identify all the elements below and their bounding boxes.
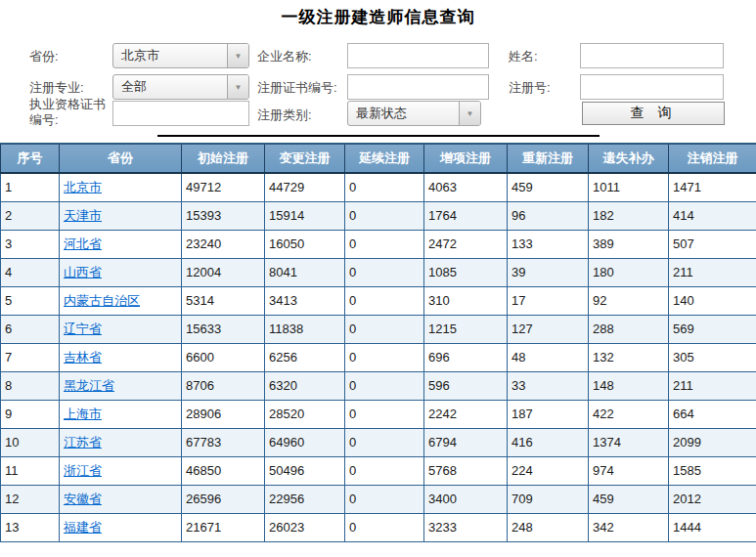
value-cell: 182 [589, 201, 669, 230]
value-cell: 3413 [265, 286, 345, 315]
cert-no-input[interactable] [347, 74, 489, 100]
value-cell: 6320 [265, 371, 345, 400]
province-select-value: 北京市 [113, 47, 227, 64]
value-cell: 15914 [265, 201, 345, 230]
value-cell: 3400 [424, 485, 508, 513]
province-cell: 上海市 [60, 400, 182, 428]
value-cell: 39 [508, 258, 589, 286]
value-cell: 414 [669, 201, 756, 230]
value-cell: 224 [508, 456, 589, 485]
province-cell: 山西省 [60, 258, 182, 286]
value-cell: 5314 [182, 286, 265, 315]
results-table: 序号省份初始注册变更注册延续注册增项注册重新注册遗失补办注销注册 1北京市497… [0, 143, 756, 542]
value-cell: 96 [508, 201, 589, 230]
province-link[interactable]: 山西省 [64, 265, 102, 279]
value-cell: 15393 [182, 201, 265, 230]
province-link[interactable]: 辽宁省 [64, 321, 102, 336]
province-link[interactable]: 河北省 [64, 236, 102, 251]
value-cell: 0 [345, 343, 424, 371]
value-cell: 1374 [589, 428, 669, 456]
value-cell: 187 [508, 400, 589, 428]
table-row: 8黑龙江省87066320059633148211 [1, 371, 756, 400]
province-cell: 内蒙古自治区 [60, 286, 182, 315]
province-cell: 天津市 [60, 201, 182, 230]
value-cell: 0 [345, 485, 424, 513]
reg-type-select[interactable]: 最新状态 ▼ [347, 101, 481, 126]
province-link[interactable]: 安徽省 [64, 492, 102, 506]
value-cell: 1011 [589, 173, 669, 201]
value-cell: 288 [589, 315, 669, 343]
chevron-down-icon: ▼ [227, 44, 248, 67]
value-cell: 342 [589, 513, 669, 541]
row-index-cell: 7 [1, 343, 60, 371]
value-cell: 1585 [669, 456, 756, 485]
value-cell: 26023 [265, 513, 345, 541]
column-header: 省份 [60, 144, 182, 173]
table-header-row: 序号省份初始注册变更注册延续注册增项注册重新注册遗失补办注销注册 [1, 144, 756, 173]
major-select[interactable]: 全部 ▼ [112, 74, 249, 100]
table-row: 12安徽省2659622956034007094592012 [1, 485, 756, 513]
province-link[interactable]: 黑龙江省 [64, 378, 114, 393]
major-select-value: 全部 [113, 78, 227, 96]
value-cell: 21671 [182, 513, 265, 541]
value-cell: 64960 [265, 428, 345, 456]
value-cell: 8706 [182, 371, 265, 400]
table-row: 1北京市49712447290406345910111471 [1, 173, 756, 201]
search-button[interactable]: 查 询 [582, 102, 725, 125]
province-cell: 北京市 [60, 173, 182, 201]
value-cell: 6256 [265, 343, 345, 371]
value-cell: 248 [508, 513, 589, 541]
divider [157, 135, 600, 137]
value-cell: 49712 [182, 173, 265, 201]
value-cell: 140 [669, 286, 756, 315]
province-link[interactable]: 上海市 [64, 407, 102, 421]
row-index-cell: 5 [1, 286, 60, 315]
province-link[interactable]: 江苏省 [64, 435, 102, 450]
value-cell: 33 [508, 371, 589, 400]
province-link[interactable]: 福建省 [64, 520, 102, 535]
name-input[interactable] [580, 43, 724, 68]
company-input[interactable] [347, 43, 489, 68]
value-cell: 974 [589, 456, 669, 485]
province-cell: 福建省 [60, 513, 182, 541]
row-index-cell: 6 [1, 315, 60, 343]
value-cell: 23240 [182, 230, 265, 258]
value-cell: 44729 [265, 173, 345, 201]
value-cell: 0 [345, 230, 424, 258]
value-cell: 22956 [265, 485, 345, 513]
chevron-down-icon: ▼ [459, 102, 480, 125]
value-cell: 17 [508, 286, 589, 315]
value-cell: 48 [508, 343, 589, 371]
value-cell: 148 [589, 371, 669, 400]
column-header: 延续注册 [345, 144, 424, 173]
value-cell: 310 [424, 286, 508, 315]
value-cell: 16050 [265, 230, 345, 258]
table-row: 3河北省232401605002472133389507 [1, 230, 756, 258]
province-link[interactable]: 天津市 [64, 208, 102, 223]
value-cell: 1444 [669, 513, 756, 541]
province-link[interactable]: 北京市 [64, 180, 102, 194]
value-cell: 1764 [424, 201, 508, 230]
row-index-cell: 9 [1, 400, 60, 428]
province-link[interactable]: 浙江省 [64, 463, 102, 478]
value-cell: 696 [424, 343, 508, 371]
province-label: 省份: [29, 49, 59, 64]
value-cell: 3233 [424, 513, 508, 541]
table-row: 11浙江省4685050496057682249741585 [1, 456, 756, 485]
qual-cert-no-input[interactable] [112, 101, 249, 126]
reg-no-label: 注册号: [509, 80, 551, 96]
value-cell: 6600 [182, 343, 265, 371]
reg-no-input[interactable] [580, 74, 724, 100]
value-cell: 0 [345, 315, 424, 343]
value-cell: 1215 [424, 315, 508, 343]
value-cell: 0 [345, 286, 424, 315]
value-cell: 459 [508, 173, 589, 201]
row-index-cell: 8 [1, 371, 60, 400]
province-link[interactable]: 吉林省 [64, 350, 102, 364]
table-row: 6辽宁省156331183801215127288569 [1, 315, 756, 343]
value-cell: 28906 [182, 400, 265, 428]
province-select[interactable]: 北京市 ▼ [112, 43, 249, 68]
value-cell: 459 [589, 485, 669, 513]
province-link[interactable]: 内蒙古自治区 [64, 293, 140, 308]
value-cell: 507 [669, 230, 756, 258]
